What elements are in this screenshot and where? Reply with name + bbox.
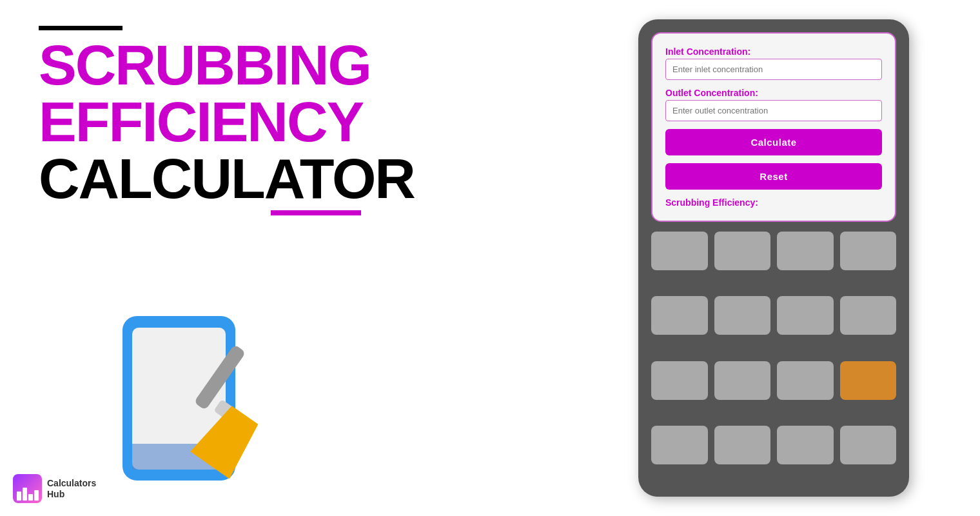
key-12[interactable] <box>651 426 708 464</box>
title-underline-top <box>39 26 122 30</box>
key-1[interactable] <box>651 232 708 270</box>
keypad <box>651 232 896 484</box>
logo-name-line2: Hub <box>47 489 96 500</box>
calculator-device: Inlet Concentration: Outlet Concentratio… <box>638 19 909 497</box>
title-calculator: CALCULATOR <box>39 150 567 207</box>
logo-bar-2 <box>23 488 27 501</box>
key-5[interactable] <box>651 296 708 335</box>
key-13[interactable] <box>714 426 771 464</box>
key-15[interactable] <box>840 426 897 464</box>
reset-button[interactable]: Reset <box>665 163 882 190</box>
key-8[interactable] <box>840 296 897 335</box>
title-scrubbing: SCRUBBING <box>39 37 567 94</box>
key-orange[interactable] <box>840 361 897 400</box>
logo-icon <box>13 474 42 503</box>
key-2[interactable] <box>714 232 771 270</box>
key-10[interactable] <box>714 361 771 400</box>
calc-screen: Inlet Concentration: Outlet Concentratio… <box>651 32 896 222</box>
main-title: SCRUBBING EFFICIENCY CALCULATOR <box>39 37 567 207</box>
logo-bar-4 <box>34 490 39 501</box>
logo-text: Calculators Hub <box>47 478 96 500</box>
calculate-button[interactable]: Calculate <box>665 129 882 155</box>
logo: Calculators Hub <box>13 474 96 503</box>
key-6[interactable] <box>714 296 771 335</box>
inlet-input[interactable] <box>665 59 882 80</box>
outlet-field-group: Outlet Concentration: <box>665 88 882 121</box>
left-section: SCRUBBING EFFICIENCY CALCULATOR <box>0 0 606 516</box>
key-4[interactable] <box>840 232 897 270</box>
title-efficiency: EFFICIENCY <box>39 94 567 150</box>
illustration <box>103 303 284 503</box>
key-14[interactable] <box>777 426 834 464</box>
title-underline-purple <box>271 210 361 215</box>
inlet-label: Inlet Concentration: <box>665 46 882 57</box>
outlet-input[interactable] <box>665 100 882 121</box>
right-section: Inlet Concentration: Outlet Concentratio… <box>606 6 941 510</box>
logo-bar-1 <box>17 491 21 501</box>
outlet-label: Outlet Concentration: <box>665 88 882 98</box>
result-label: Scrubbing Efficiency: <box>665 197 882 208</box>
key-7[interactable] <box>777 296 834 335</box>
key-3[interactable] <box>777 232 834 270</box>
logo-bar-3 <box>28 494 33 501</box>
key-11[interactable] <box>777 361 834 400</box>
inlet-field-group: Inlet Concentration: <box>665 46 882 80</box>
logo-name-line1: Calculators <box>47 478 96 489</box>
key-9[interactable] <box>651 361 708 400</box>
